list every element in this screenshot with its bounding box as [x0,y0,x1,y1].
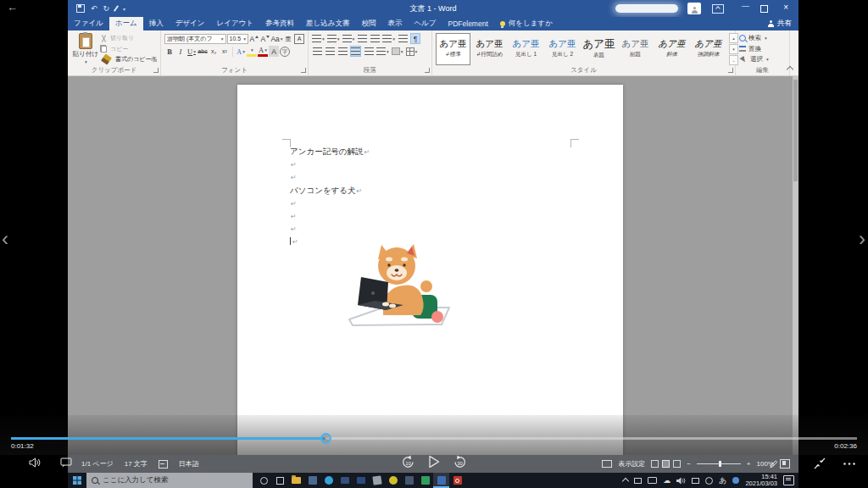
photos-button[interactable] [353,473,369,488]
line-spacing-button[interactable] [376,46,389,57]
tab-view[interactable]: 表示 [381,17,408,30]
numbering-button[interactable] [327,33,340,44]
share-button[interactable]: 共有 [767,17,792,30]
asian-layout-button[interactable] [382,33,395,44]
style-no-spacing[interactable]: あア亜 ↲行間詰め [472,33,507,65]
seek-bar[interactable] [11,437,857,440]
tab-insert[interactable]: 挿入 [143,17,170,30]
decrease-indent-button[interactable] [357,33,367,44]
tab-help[interactable]: ヘルプ [408,17,442,30]
action-center-icon[interactable] [783,475,794,485]
align-left-button[interactable] [312,46,322,57]
paste-button[interactable]: 貼り付け [71,33,100,65]
back-button[interactable]: ← [7,1,18,14]
mini-view-button[interactable] [60,458,72,468]
video-frame[interactable]: ↶ ↻ ▾ 文書 1 - Word — × ファイル ホーム 挿入 デザイン レ… [68,0,798,488]
increase-indent-button[interactable] [370,33,380,44]
change-case-button[interactable]: Aa [271,33,282,44]
zoom-out-button[interactable]: − [687,460,691,468]
tray-display-icon[interactable] [634,478,642,484]
replace-button[interactable]: 置換 [739,45,786,53]
align-right-button[interactable] [337,46,348,57]
close-button[interactable]: × [783,3,788,12]
edge-button[interactable] [320,473,337,488]
paragraph-dialog-launcher[interactable] [425,68,430,73]
app-gray-button[interactable] [369,473,385,488]
screen-recorder-button[interactable] [449,473,465,488]
tab-design[interactable]: デザイン [170,17,211,30]
clipboard-dialog-launcher[interactable] [153,68,159,73]
skip-back-button[interactable]: 10 [401,455,415,469]
file-explorer-button[interactable] [288,473,304,488]
cortana-button[interactable] [256,473,272,488]
distribute-button[interactable] [364,46,374,57]
tab-mailings[interactable]: 差し込み文書 [300,17,355,30]
app-green-button[interactable] [417,473,433,488]
shrink-font-button[interactable]: A [260,33,270,44]
tab-home[interactable]: ホーム [109,17,143,30]
maximize-button[interactable] [760,5,768,13]
previous-chevron-button[interactable]: ‹ [2,229,8,249]
tab-file[interactable]: ファイル [68,17,109,30]
read-mode-button[interactable] [651,460,659,468]
character-shading-button[interactable]: A [269,46,279,57]
mail-button[interactable] [337,473,353,488]
superscript-button[interactable]: x² [220,46,230,57]
style-emphasis[interactable]: あア亜 斜体 [654,33,689,65]
multilevel-list-button[interactable] [342,33,355,44]
italic-button[interactable]: I [175,46,186,57]
app-yellow-button[interactable] [385,473,401,488]
strikethrough-button[interactable]: abc [198,46,208,57]
bold-button[interactable]: B [164,46,175,57]
ribbon-display-options-icon[interactable] [712,4,724,14]
format-painter-button[interactable]: 書式のコピー/貼り付け [100,55,157,64]
task-view-button[interactable] [272,473,288,488]
font-color-button[interactable]: A [258,46,268,57]
underline-button[interactable]: U [186,46,197,57]
cut-button[interactable]: 切り取り [100,34,157,42]
proofing-icon[interactable] [159,460,168,469]
document-page[interactable]: アンカー記号の解説↵ ↵ ↵ パソコンをする犬↵ ↵ ↵ ↵ ↵ [237,85,623,455]
vertical-scrollbar[interactable] [793,76,798,455]
bullets-button[interactable] [312,33,325,44]
tell-me-box[interactable]: 何をしますか [494,17,559,30]
font-dialog-launcher[interactable] [301,68,306,73]
ruby-button[interactable]: 亜 [283,33,293,44]
highlight-color-button[interactable] [247,46,257,57]
user-avatar[interactable] [687,3,701,14]
show-formatting-marks-button[interactable]: ¶ [410,33,420,44]
start-button[interactable] [68,473,86,488]
font-size-combobox[interactable]: 10.5 [227,34,248,44]
justify-button[interactable] [350,46,361,57]
volume-tray-icon[interactable] [676,477,686,485]
app-dark-button[interactable] [401,473,417,488]
language-indicator[interactable]: 日本語 [179,459,199,469]
ime-indicator[interactable]: あ [719,477,726,485]
page-indicator[interactable]: 1/1 ページ [81,459,114,469]
subscript-button[interactable]: x₂ [209,46,219,57]
taskbar-clock[interactable]: 15:41 2021/03/03 [745,474,777,488]
tray-folder-icon[interactable] [648,477,657,484]
more-options-button[interactable] [843,462,856,466]
next-chevron-button[interactable]: › [859,229,865,249]
text-effects-button[interactable]: A [236,46,246,57]
skip-forward-button[interactable]: 30 [453,455,467,469]
styles-dialog-launcher[interactable] [728,68,733,73]
style-heading1[interactable]: あア亜 見出し 1 [509,33,543,65]
web-layout-button[interactable] [673,460,681,468]
hidden-icons-chevron[interactable] [622,478,629,485]
character-border-button[interactable]: A [294,33,304,44]
exit-fullscreen-button[interactable] [814,458,826,469]
onedrive-cloud-icon[interactable]: ☁ [663,477,670,485]
fit-page-icon[interactable] [780,459,790,469]
zoom-slider-thumb[interactable] [719,461,721,467]
borders-button[interactable] [406,46,418,57]
copy-button[interactable]: コピー [100,45,157,53]
find-button[interactable]: 検索 [739,34,786,42]
store-button[interactable] [304,473,320,488]
minimize-button[interactable]: — [742,2,749,10]
sort-button[interactable] [398,33,408,44]
style-normal[interactable]: あア亜 ↲標準 [436,33,470,65]
style-subtitle[interactable]: あア亜 副題 [618,33,653,65]
taskbar-search-box[interactable]: ここに入力して検索 [86,473,253,488]
